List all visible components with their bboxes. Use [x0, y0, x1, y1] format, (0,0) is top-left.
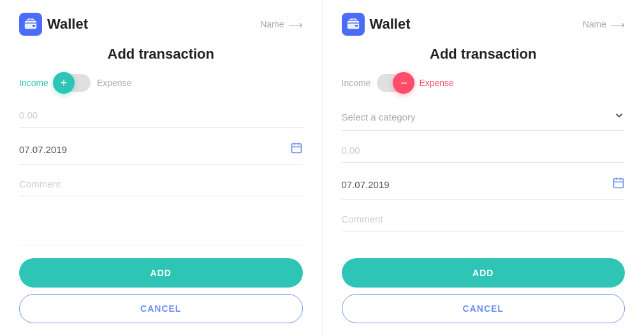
toggle-container-1: Income + Expense: [19, 74, 303, 92]
comment-input-1[interactable]: [19, 172, 303, 196]
add-button-2[interactable]: ADD: [342, 258, 626, 288]
svg-rect-7: [355, 25, 358, 27]
date-container-2: 07.07.2019: [342, 170, 626, 200]
expense-label-2: Expense: [419, 78, 453, 88]
toggle-container-2: Income − Expense: [342, 74, 626, 92]
wallet-title-1: Wallet: [47, 16, 88, 33]
header-2: Wallet Name ⟶: [342, 13, 626, 36]
wallet-icon-1: [19, 13, 42, 36]
add-button-1[interactable]: ADD: [19, 258, 303, 288]
calendar-icon-1[interactable]: [290, 142, 303, 157]
screens-container: Wallet Name ⟶ Add transaction Income + E…: [0, 0, 644, 336]
svg-rect-8: [614, 179, 624, 187]
cancel-button-1[interactable]: CANCEL: [19, 294, 303, 323]
income-label-1: Income: [19, 78, 48, 88]
date-container-1: 07.07.2019: [19, 135, 303, 164]
logout-icon-2[interactable]: ⟶: [610, 18, 625, 31]
calendar-icon-2[interactable]: [612, 177, 625, 193]
header-left-1: Wallet: [19, 13, 88, 36]
cancel-button-2[interactable]: CANCEL: [342, 294, 626, 323]
page-title-2: Add transaction: [430, 46, 536, 62]
comment-input-2[interactable]: [342, 207, 626, 231]
toggle-track-1[interactable]: +: [55, 74, 91, 92]
divider-1: [19, 245, 303, 245]
category-placeholder: Select a category: [342, 112, 416, 122]
screen-1: Wallet Name ⟶ Add transaction Income + E…: [0, 0, 323, 336]
header-right-2: Name ⟶: [583, 18, 625, 31]
toggle-thumb-expense-2: −: [393, 72, 414, 94]
amount-input-2[interactable]: [342, 138, 626, 163]
category-dropdown[interactable]: Select a category: [342, 103, 626, 131]
wallet-icon-2: [342, 13, 365, 36]
buttons-1: ADD CANCEL: [19, 258, 303, 323]
header-left-2: Wallet: [342, 13, 411, 36]
date-value-2: 07.07.2019: [342, 179, 390, 190]
chevron-down-icon: [613, 110, 625, 124]
name-label-1: Name: [260, 19, 284, 29]
page-title-1: Add transaction: [108, 46, 214, 62]
name-label-2: Name: [583, 19, 606, 29]
svg-rect-1: [33, 25, 36, 27]
logout-icon-1[interactable]: ⟶: [288, 18, 303, 31]
amount-input-1[interactable]: [19, 103, 303, 128]
screen-2: Wallet Name ⟶ Add transaction Income − E…: [323, 0, 645, 336]
svg-rect-2: [291, 143, 301, 152]
header-1: Wallet Name ⟶: [19, 13, 303, 36]
expense-label-1: Expense: [97, 78, 131, 88]
wallet-title-2: Wallet: [370, 16, 411, 33]
income-label-2: Income: [342, 78, 371, 88]
toggle-thumb-income-1: +: [53, 72, 75, 94]
date-value-1: 07.07.2019: [19, 144, 67, 155]
header-right-1: Name ⟶: [260, 18, 302, 31]
toggle-track-2[interactable]: −: [377, 74, 413, 92]
buttons-2: ADD CANCEL: [342, 258, 626, 323]
